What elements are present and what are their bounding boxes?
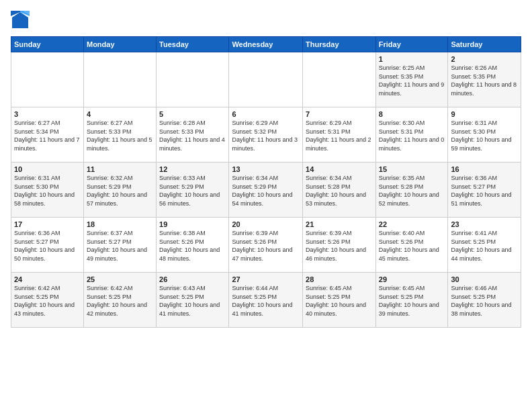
day-number: 9 <box>451 110 518 118</box>
calendar-cell: 12Sunrise: 6:33 AM Sunset: 5:29 PM Dayli… <box>157 163 229 218</box>
day-number: 22 <box>379 220 445 228</box>
calendar-week-row: 3Sunrise: 6:27 AM Sunset: 5:34 PM Daylig… <box>11 107 521 163</box>
calendar-cell: 22Sunrise: 6:40 AM Sunset: 5:26 PM Dayli… <box>375 218 448 273</box>
day-info: Sunrise: 6:26 AM Sunset: 5:35 PM Dayligh… <box>451 64 518 97</box>
day-info: Sunrise: 6:39 AM Sunset: 5:26 PM Dayligh… <box>232 229 300 263</box>
calendar-cell: 17Sunrise: 6:36 AM Sunset: 5:27 PM Dayli… <box>11 218 84 273</box>
calendar-cell <box>83 52 156 107</box>
day-info: Sunrise: 6:36 AM Sunset: 5:27 PM Dayligh… <box>14 229 81 263</box>
calendar-cell: 4Sunrise: 6:27 AM Sunset: 5:33 PM Daylig… <box>83 107 156 163</box>
calendar-cell: 30Sunrise: 6:46 AM Sunset: 5:25 PM Dayli… <box>448 273 521 328</box>
day-info: Sunrise: 6:39 AM Sunset: 5:26 PM Dayligh… <box>306 229 373 263</box>
calendar-week-row: 10Sunrise: 6:31 AM Sunset: 5:30 PM Dayli… <box>11 163 521 218</box>
calendar-cell: 25Sunrise: 6:42 AM Sunset: 5:25 PM Dayli… <box>83 273 156 328</box>
day-number: 28 <box>306 275 373 283</box>
day-info: Sunrise: 6:25 AM Sunset: 5:35 PM Dayligh… <box>379 64 445 97</box>
calendar-header-sunday: Sunday <box>11 37 84 52</box>
day-info: Sunrise: 6:42 AM Sunset: 5:25 PM Dayligh… <box>14 284 81 318</box>
calendar-cell: 7Sunrise: 6:29 AM Sunset: 5:31 PM Daylig… <box>303 107 376 163</box>
calendar-cell: 19Sunrise: 6:38 AM Sunset: 5:26 PM Dayli… <box>157 218 229 273</box>
calendar-cell: 29Sunrise: 6:45 AM Sunset: 5:25 PM Dayli… <box>375 273 448 328</box>
header <box>11 11 521 30</box>
day-number: 2 <box>451 55 518 63</box>
day-info: Sunrise: 6:44 AM Sunset: 5:25 PM Dayligh… <box>232 284 300 318</box>
calendar-cell: 13Sunrise: 6:34 AM Sunset: 5:29 PM Dayli… <box>229 163 303 218</box>
calendar-cell: 20Sunrise: 6:39 AM Sunset: 5:26 PM Dayli… <box>229 218 303 273</box>
day-number: 15 <box>379 165 445 173</box>
calendar-cell: 2Sunrise: 6:26 AM Sunset: 5:35 PM Daylig… <box>448 52 521 107</box>
day-number: 29 <box>379 275 445 283</box>
day-info: Sunrise: 6:28 AM Sunset: 5:33 PM Dayligh… <box>159 119 226 152</box>
calendar-cell: 6Sunrise: 6:29 AM Sunset: 5:32 PM Daylig… <box>229 107 303 163</box>
day-number: 19 <box>159 220 226 228</box>
calendar-header-saturday: Saturday <box>448 37 521 52</box>
calendar-header-row: SundayMondayTuesdayWednesdayThursdayFrid… <box>11 37 521 52</box>
calendar-week-row: 1Sunrise: 6:25 AM Sunset: 5:35 PM Daylig… <box>11 52 521 107</box>
logo <box>11 11 32 30</box>
calendar-week-row: 24Sunrise: 6:42 AM Sunset: 5:25 PM Dayli… <box>11 273 521 328</box>
day-info: Sunrise: 6:27 AM Sunset: 5:33 PM Dayligh… <box>87 119 153 152</box>
logo-icon <box>11 11 30 30</box>
day-number: 26 <box>159 275 226 283</box>
day-info: Sunrise: 6:31 AM Sunset: 5:30 PM Dayligh… <box>451 119 518 152</box>
day-number: 13 <box>232 165 300 173</box>
day-info: Sunrise: 6:34 AM Sunset: 5:29 PM Dayligh… <box>232 174 300 208</box>
day-info: Sunrise: 6:30 AM Sunset: 5:31 PM Dayligh… <box>379 119 445 152</box>
day-number: 11 <box>87 165 153 173</box>
calendar-cell: 9Sunrise: 6:31 AM Sunset: 5:30 PM Daylig… <box>448 107 521 163</box>
page: SundayMondayTuesdayWednesdayThursdayFrid… <box>0 0 532 334</box>
day-info: Sunrise: 6:40 AM Sunset: 5:26 PM Dayligh… <box>379 229 445 263</box>
day-info: Sunrise: 6:42 AM Sunset: 5:25 PM Dayligh… <box>87 284 153 318</box>
calendar-cell: 3Sunrise: 6:27 AM Sunset: 5:34 PM Daylig… <box>11 107 84 163</box>
day-info: Sunrise: 6:46 AM Sunset: 5:25 PM Dayligh… <box>451 284 518 318</box>
calendar-cell: 5Sunrise: 6:28 AM Sunset: 5:33 PM Daylig… <box>157 107 229 163</box>
day-number: 5 <box>159 110 226 118</box>
calendar-cell: 26Sunrise: 6:43 AM Sunset: 5:25 PM Dayli… <box>157 273 229 328</box>
calendar-cell: 27Sunrise: 6:44 AM Sunset: 5:25 PM Dayli… <box>229 273 303 328</box>
day-number: 4 <box>87 110 153 118</box>
calendar-cell: 14Sunrise: 6:34 AM Sunset: 5:28 PM Dayli… <box>303 163 376 218</box>
calendar-cell: 10Sunrise: 6:31 AM Sunset: 5:30 PM Dayli… <box>11 163 84 218</box>
calendar-cell <box>229 52 303 107</box>
day-info: Sunrise: 6:29 AM Sunset: 5:32 PM Dayligh… <box>232 119 300 152</box>
calendar-table: SundayMondayTuesdayWednesdayThursdayFrid… <box>11 36 521 328</box>
calendar-cell: 18Sunrise: 6:37 AM Sunset: 5:27 PM Dayli… <box>83 218 156 273</box>
day-number: 27 <box>232 275 300 283</box>
day-number: 8 <box>379 110 445 118</box>
day-number: 30 <box>451 275 518 283</box>
day-info: Sunrise: 6:31 AM Sunset: 5:30 PM Dayligh… <box>14 174 81 208</box>
calendar-cell: 23Sunrise: 6:41 AM Sunset: 5:25 PM Dayli… <box>448 218 521 273</box>
calendar-cell: 24Sunrise: 6:42 AM Sunset: 5:25 PM Dayli… <box>11 273 84 328</box>
calendar-header-monday: Monday <box>83 37 156 52</box>
day-number: 1 <box>379 55 445 63</box>
calendar-header-wednesday: Wednesday <box>229 37 303 52</box>
day-info: Sunrise: 6:43 AM Sunset: 5:25 PM Dayligh… <box>159 284 226 318</box>
calendar-cell <box>303 52 376 107</box>
day-info: Sunrise: 6:45 AM Sunset: 5:25 PM Dayligh… <box>379 284 445 318</box>
day-number: 12 <box>159 165 226 173</box>
day-info: Sunrise: 6:41 AM Sunset: 5:25 PM Dayligh… <box>451 229 518 263</box>
day-number: 16 <box>451 165 518 173</box>
calendar-cell: 8Sunrise: 6:30 AM Sunset: 5:31 PM Daylig… <box>375 107 448 163</box>
day-number: 3 <box>14 110 81 118</box>
day-info: Sunrise: 6:45 AM Sunset: 5:25 PM Dayligh… <box>306 284 373 318</box>
day-info: Sunrise: 6:35 AM Sunset: 5:28 PM Dayligh… <box>379 174 445 208</box>
day-number: 21 <box>306 220 373 228</box>
calendar-cell: 1Sunrise: 6:25 AM Sunset: 5:35 PM Daylig… <box>375 52 448 107</box>
calendar-cell: 28Sunrise: 6:45 AM Sunset: 5:25 PM Dayli… <box>303 273 376 328</box>
day-number: 7 <box>306 110 373 118</box>
day-info: Sunrise: 6:37 AM Sunset: 5:27 PM Dayligh… <box>87 229 153 263</box>
day-number: 17 <box>14 220 81 228</box>
calendar-cell <box>157 52 229 107</box>
day-number: 18 <box>87 220 153 228</box>
day-info: Sunrise: 6:29 AM Sunset: 5:31 PM Dayligh… <box>306 119 373 152</box>
day-number: 23 <box>451 220 518 228</box>
calendar-header-friday: Friday <box>375 37 448 52</box>
calendar-header-thursday: Thursday <box>303 37 376 52</box>
day-info: Sunrise: 6:32 AM Sunset: 5:29 PM Dayligh… <box>87 174 153 208</box>
calendar-week-row: 17Sunrise: 6:36 AM Sunset: 5:27 PM Dayli… <box>11 218 521 273</box>
day-info: Sunrise: 6:33 AM Sunset: 5:29 PM Dayligh… <box>159 174 226 208</box>
calendar-header-tuesday: Tuesday <box>157 37 229 52</box>
calendar-cell: 11Sunrise: 6:32 AM Sunset: 5:29 PM Dayli… <box>83 163 156 218</box>
day-info: Sunrise: 6:27 AM Sunset: 5:34 PM Dayligh… <box>14 119 81 152</box>
